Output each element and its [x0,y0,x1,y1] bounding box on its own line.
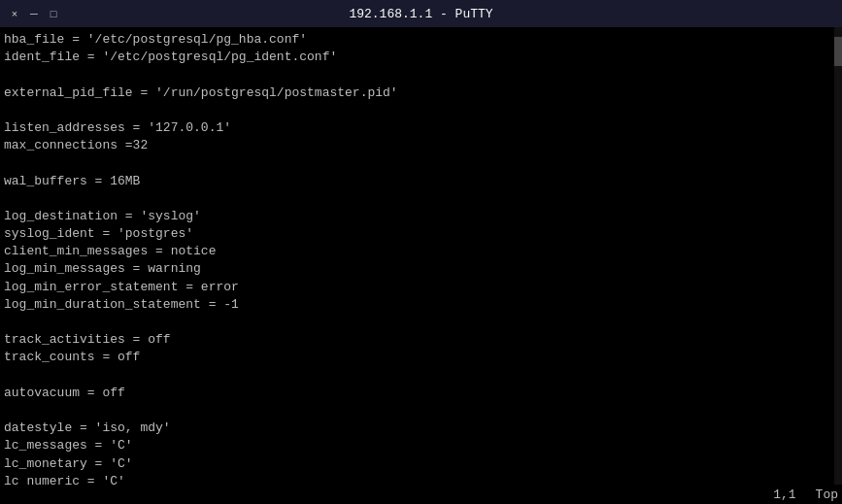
terminal-line: lc_monetary = 'C' [4,455,838,473]
terminal-line: lc_numeric = 'C' [4,473,838,485]
terminal-line [4,66,838,84]
terminal-line [4,367,838,385]
scrollbar[interactable] [834,27,842,485]
statusbar: 1,1 Top [0,485,842,504]
terminal-line: log_min_error_statement = error [4,279,838,296]
titlebar: × ─ □ 192.168.1.1 - PuTTY [0,0,842,27]
status-right: 1,1 Top [773,487,838,502]
terminal-line: wal_buffers = 16MB [4,173,838,190]
scroll-position: Top [816,487,838,502]
terminal-line: log_min_duration_statement = -1 [4,296,838,314]
terminal-line: syslog_ident = 'postgres' [4,225,838,243]
terminal-area[interactable]: hba_file = '/etc/postgresql/pg_hba.conf'… [0,27,842,485]
terminal-line: log_destination = 'syslog' [4,208,838,225]
terminal-output: hba_file = '/etc/postgresql/pg_hba.conf'… [4,31,838,485]
terminal-line [4,102,838,119]
terminal-line: ident_file = '/etc/postgresql/pg_ident.c… [4,49,838,66]
putty-window: × ─ □ 192.168.1.1 - PuTTY hba_file = '/e… [0,0,842,504]
terminal-line: lc_messages = 'C' [4,437,838,454]
terminal-line: external_pid_file = '/run/postgresql/pos… [4,84,838,102]
terminal-line [4,154,838,172]
terminal-line: track_activities = off [4,331,838,349]
terminal-line: client_min_messages = notice [4,243,838,260]
maximize-button[interactable]: □ [47,7,60,20]
terminal-line: autovacuum = off [4,385,838,402]
terminal-line: listen_addresses = '127.0.0.1' [4,119,838,137]
terminal-line: log_min_messages = warning [4,260,838,278]
scrollbar-thumb[interactable] [834,37,842,66]
window-controls: × ─ □ [8,7,60,20]
terminal-line [4,314,838,331]
terminal-line: track_counts = off [4,349,838,366]
terminal-line [4,402,838,420]
window-title: 192.168.1.1 - PuTTY [349,7,492,21]
terminal-line: datestyle = 'iso, mdy' [4,420,838,437]
minimize-button[interactable]: ─ [27,7,41,20]
cursor-position: 1,1 [773,487,795,502]
close-button[interactable]: × [8,7,21,20]
terminal-line: max_connections =32 [4,137,838,154]
terminal-line [4,190,838,208]
terminal-line: hba_file = '/etc/postgresql/pg_hba.conf' [4,31,838,49]
